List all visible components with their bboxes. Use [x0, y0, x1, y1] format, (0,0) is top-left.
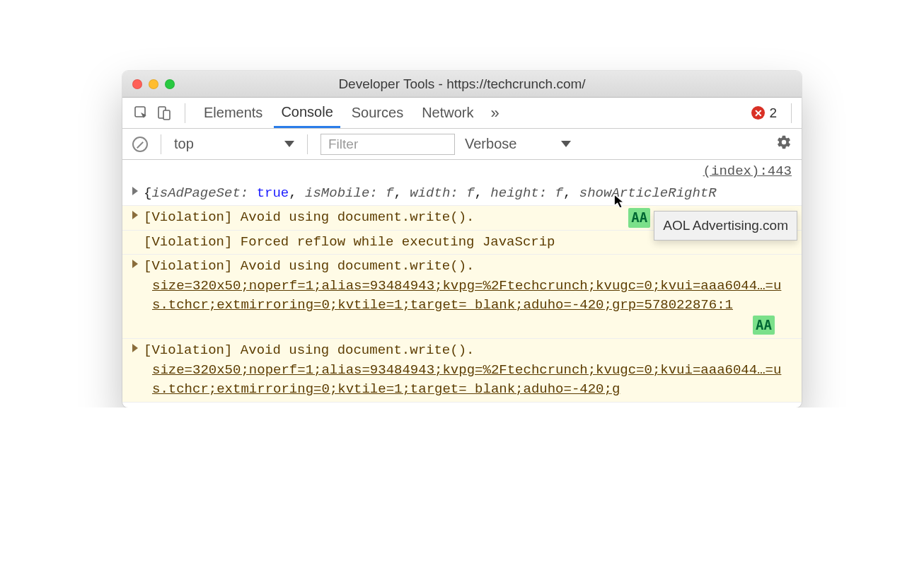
expand-caret-icon[interactable]	[132, 344, 138, 352]
titlebar: Developer Tools - https://techcrunch.com…	[122, 71, 802, 98]
divider	[307, 134, 308, 154]
divider	[791, 103, 792, 123]
log-text: [Violation] Avoid using document.write()…	[144, 258, 474, 274]
thirdparty-badge[interactable]: AA	[628, 208, 650, 228]
error-count-value: 2	[769, 105, 777, 121]
expand-caret-icon[interactable]	[132, 211, 138, 219]
chevron-down-icon	[284, 141, 294, 147]
expand-caret-icon[interactable]	[132, 260, 138, 268]
log-level-value: Verbose	[465, 136, 516, 152]
error-icon: ✕	[751, 106, 765, 120]
console-row: [Violation] Avoid using document.write()…	[122, 339, 802, 403]
error-count[interactable]: ✕ 2	[751, 105, 777, 121]
inspect-icon[interactable]	[132, 104, 151, 122]
log-params[interactable]: size=320x50;noperf=1;alias=93484943;kvpg…	[144, 361, 792, 400]
log-text: [Violation] Avoid using document.write()…	[144, 342, 474, 358]
devtools-window: Developer Tools - https://techcrunch.com…	[122, 71, 802, 408]
panel-tabs: Elements Console Sources Network » ✕ 2	[122, 98, 802, 129]
window-title: Developer Tools - https://techcrunch.com…	[122, 76, 802, 92]
thirdparty-badge[interactable]: AA	[753, 316, 775, 335]
console-body: (index):443 {isAdPageSet: true, isMobile…	[122, 160, 802, 408]
svg-rect-2	[163, 110, 170, 120]
device-toggle-icon[interactable]	[155, 104, 173, 122]
chevron-down-icon	[561, 141, 571, 147]
log-text: [Violation] Avoid using document.write()…	[144, 209, 474, 225]
log-params[interactable]: size=320x50;noperf=1;alias=93484943;kvpg…	[144, 277, 792, 316]
console-row: (index):443	[122, 160, 802, 182]
more-tabs-icon[interactable]: »	[485, 104, 505, 122]
close-icon[interactable]	[132, 79, 142, 89]
console-row: [Violation] Avoid using document.write()…	[122, 255, 802, 339]
log-object[interactable]: {isAdPageSet: true, isMobile: f, width: …	[144, 185, 717, 201]
source-link[interactable]: (index):443	[703, 162, 792, 182]
filter-input[interactable]: Filter	[320, 134, 455, 155]
log-level-select[interactable]: Verbose	[465, 134, 571, 154]
filter-placeholder: Filter	[328, 137, 358, 152]
tab-network[interactable]: Network	[415, 98, 480, 128]
zoom-icon[interactable]	[165, 79, 175, 89]
clear-console-icon[interactable]	[132, 137, 148, 152]
tab-sources[interactable]: Sources	[345, 98, 410, 128]
traffic-lights	[132, 79, 175, 89]
expand-caret-icon[interactable]	[132, 187, 138, 195]
log-text: [Violation] Forced reflow while executin…	[144, 234, 555, 250]
divider	[161, 134, 161, 154]
context-value: top	[174, 136, 194, 152]
context-select[interactable]: top	[174, 134, 294, 154]
gear-icon[interactable]	[776, 134, 792, 154]
console-row: {isAdPageSet: true, isMobile: f, width: …	[122, 182, 802, 207]
divider	[185, 103, 185, 123]
console-toolbar: top Filter Verbose	[122, 129, 802, 160]
minimize-icon[interactable]	[149, 79, 158, 89]
tab-console[interactable]: Console	[274, 98, 340, 128]
tooltip: AOL Advertising.com	[654, 211, 797, 241]
tab-elements[interactable]: Elements	[197, 98, 270, 128]
